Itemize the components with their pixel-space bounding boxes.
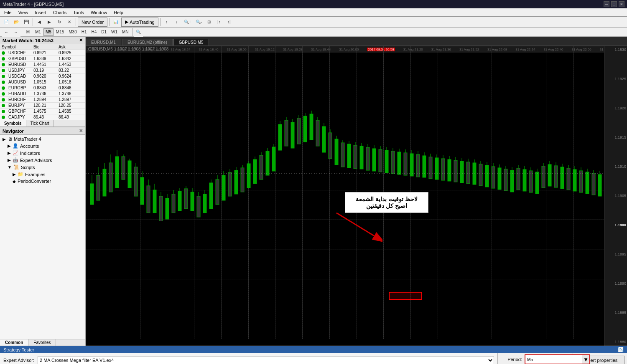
svg-rect-55	[260, 155, 263, 179]
autotrading-button[interactable]: ▶ AutoTrading	[121, 18, 158, 27]
tb-open-btn[interactable]: 📂	[12, 18, 21, 27]
tf-m1-btn[interactable]: M1	[33, 28, 43, 36]
menu-charts[interactable]: Charts	[51, 10, 69, 15]
mw-ask-eurusd: 1.4453	[59, 62, 84, 67]
tb-back-btn[interactable]: ◀	[35, 18, 44, 27]
svg-rect-99	[398, 152, 401, 174]
tb-more1-btn[interactable]: |↑	[214, 18, 224, 27]
price-1920: 1.1920	[605, 106, 626, 110]
svg-rect-101	[404, 153, 407, 175]
tb-arrow-right[interactable]: →	[11, 28, 20, 37]
mw-row-audusd[interactable]: AUDUSD 1.0515 1.0518	[0, 79, 85, 85]
tf-m15-btn[interactable]: M15	[54, 28, 66, 36]
mw-bid-eurchf: 1.2894	[33, 97, 59, 102]
svg-rect-29	[178, 191, 181, 211]
svg-rect-65	[291, 122, 294, 148]
tf-m5-btn[interactable]: M5	[43, 28, 54, 36]
close-button[interactable]: ✕	[619, 1, 624, 7]
nav-item-accounts[interactable]: ▶ 👤 Accounts	[0, 142, 85, 149]
mw-row-eurjpy[interactable]: EURJPY 120.21 120.25	[0, 103, 85, 109]
tab-gbpusd-m5[interactable]: GBPUSD,M5	[173, 39, 209, 46]
tb-down-btn[interactable]: ↓	[172, 18, 181, 27]
tb-fwd-btn[interactable]: ▶	[45, 18, 54, 27]
svg-rect-97	[391, 151, 395, 174]
nav-item-scripts[interactable]: ▼ 📜 Scripts	[0, 164, 85, 171]
grid-h9	[86, 310, 604, 310]
maximize-button[interactable]: □	[611, 1, 617, 7]
svg-rect-77	[329, 133, 332, 159]
tb-refresh-btn[interactable]: ↻	[55, 18, 64, 27]
minimize-button[interactable]: ─	[604, 1, 609, 7]
mw-row-usdjpy[interactable]: USDJPY 83.19 83.22	[0, 68, 85, 73]
svg-rect-27	[172, 194, 175, 213]
mw-row-eurgbp[interactable]: EURGBP 0.8843 0.8846	[0, 85, 85, 91]
tf-m-btn[interactable]: M	[23, 28, 33, 36]
tf-w1-btn[interactable]: W1	[109, 28, 120, 36]
nav-item-indicators[interactable]: ▶ 📈 Indicators	[0, 149, 85, 157]
tab-common[interactable]: Common	[0, 339, 28, 346]
ea-select-row: Expert Advisor: 2 MA Crosses Mega filter…	[3, 355, 494, 364]
nav-item-expert-advisors[interactable]: ▶ 🤖 Expert Advisors	[0, 157, 85, 164]
tab-tick-chart[interactable]: Tick Chart	[26, 120, 54, 126]
nav-item-examples[interactable]: ▶ 📁 Examples	[0, 171, 85, 178]
nav-icon-scripts: 📜	[13, 164, 19, 170]
mw-bid-eurusd: 1.4451	[33, 62, 59, 67]
svg-rect-59	[272, 147, 275, 171]
mw-sym-gbpusd: GBPUSD	[8, 56, 33, 61]
tb-new-btn[interactable]: 📄	[2, 18, 11, 27]
menu-insert[interactable]: Insert	[32, 10, 49, 15]
nav-header: Navigator ✕	[0, 127, 85, 135]
menu-window[interactable]: Window	[88, 10, 110, 15]
annotation-arrow	[332, 209, 382, 242]
new-order-button[interactable]: New Order	[78, 18, 107, 27]
grid-h8	[86, 280, 604, 280]
mw-bid-eurgbp: 0.8843	[33, 86, 59, 90]
menu-help[interactable]: Help	[111, 10, 126, 15]
menu-view[interactable]: View	[16, 10, 31, 15]
title-bar: MetaTrader 4 - [GBPUSD,M5] ─ □ ✕	[0, 0, 627, 8]
nav-item-periodconverter[interactable]: ◆ PeriodConverter	[0, 178, 85, 185]
mw-row-euraud[interactable]: EURAUD 1.3736 1.3748	[0, 91, 85, 97]
tf-h4-btn[interactable]: H4	[89, 28, 99, 36]
mw-close-icon[interactable]: ✕	[79, 38, 83, 43]
tb-save-btn[interactable]: 💾	[22, 18, 31, 27]
nav-arrow-examples: ▶	[13, 172, 16, 177]
menu-file[interactable]: File	[2, 10, 14, 15]
tb-arrow-left[interactable]: ←	[2, 28, 11, 37]
tb-grid-btn[interactable]: ⊞	[204, 18, 214, 27]
tf-m30-btn[interactable]: M30	[66, 28, 79, 36]
tab-symbols[interactable]: Symbols	[0, 120, 26, 126]
mw-row-usdcad[interactable]: USDCAD 0.9620 0.9624	[0, 73, 85, 79]
tb-chart-btn[interactable]: 📊	[111, 18, 120, 27]
tb-stop-btn[interactable]: ✕	[65, 18, 74, 27]
period-spinner-icon[interactable]: ▼	[582, 355, 589, 364]
mw-row-gbpchf[interactable]: GBPCHF 1.4575 1.4585	[0, 109, 85, 114]
tf-h1-btn[interactable]: H1	[79, 28, 89, 36]
tab-eurusd-m1[interactable]: EURUSD,M1	[86, 39, 121, 46]
svg-rect-91	[372, 149, 376, 171]
tf-sep2	[132, 28, 133, 36]
tab-favorites[interactable]: Favorites	[28, 339, 56, 346]
ea-dropdown[interactable]: 2 MA Crosses Mega filter EA V1.ex4	[38, 356, 494, 364]
tf-mn-btn[interactable]: MN	[120, 28, 131, 36]
tab-eurusd-m2[interactable]: EURUSD,M2 (offline)	[122, 39, 173, 46]
nav-item-metatrader4[interactable]: ▶ 🖥 MetaTrader 4	[0, 136, 85, 142]
tb-more2-btn[interactable]: ↑|	[224, 18, 234, 27]
menu-tools[interactable]: Tools	[71, 10, 87, 15]
mw-row-usdchf[interactable]: USDCHF 0.8921 0.8925	[0, 50, 85, 56]
period-input[interactable]	[525, 355, 582, 364]
mw-row-cadjpy[interactable]: CADJPY 86.43 86.49	[0, 114, 85, 120]
svg-rect-85	[354, 145, 357, 169]
tb-search-icon[interactable]: 🔍	[134, 28, 143, 37]
mw-row-eurusd[interactable]: EURUSD 1.4451 1.4453	[0, 62, 85, 68]
mw-row-gbpusd[interactable]: GBPUSD 1.6339 1.6342	[0, 56, 85, 62]
tf-d1-btn[interactable]: D1	[99, 28, 109, 36]
tb-zoomout-btn[interactable]: 🔍-	[194, 18, 204, 27]
mw-row-eurchf[interactable]: EURCHF 1.2894 1.2897	[0, 97, 85, 103]
mw-ask-gbpusd: 1.6342	[59, 56, 84, 61]
nav-close-button[interactable]: ✕	[79, 128, 83, 134]
tb-up-btn[interactable]: ↑	[162, 18, 171, 27]
tb-zoomin-btn[interactable]: 🔍+	[182, 18, 193, 27]
chart-canvas[interactable]: GBPUSD,M5 1.1907 1.1908 1.1907 1.1908	[86, 46, 627, 346]
mw-sym-eurchf: EURCHF	[8, 97, 33, 102]
